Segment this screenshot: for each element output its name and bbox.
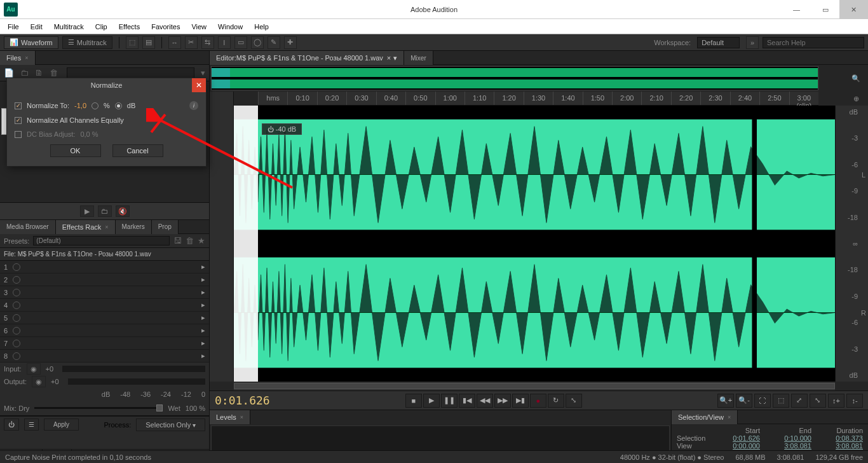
pause-button[interactable]: ❚❚ [441, 394, 458, 408]
zoom-in-point-icon[interactable]: ⤢ [791, 394, 808, 408]
power-icon[interactable] [13, 276, 20, 284]
horizontal-scrollbar[interactable] [234, 382, 835, 390]
menu-edit[interactable]: Edit [25, 21, 48, 32]
cancel-button[interactable]: Cancel [112, 144, 163, 157]
dc-bias-checkbox[interactable] [15, 131, 22, 138]
normalize-value-input[interactable]: -1,0 [74, 102, 86, 109]
dialog-close-button[interactable]: ✕ [192, 78, 206, 92]
output-gain-value[interactable]: +0 [51, 378, 59, 385]
menu-multitrack[interactable]: Multitrack [49, 21, 89, 32]
media-browser-tab[interactable]: Media Browser [0, 220, 56, 234]
menu-favorites[interactable]: Favorites [146, 21, 185, 32]
menu-window[interactable]: Window [213, 21, 248, 32]
power-icon[interactable] [13, 340, 20, 347]
rack-power-icon[interactable]: ⏻ [4, 418, 19, 431]
apply-button[interactable]: Apply [44, 418, 79, 431]
zoom-full-icon[interactable]: ⛶ [754, 394, 771, 408]
preview-autoplay-icon[interactable]: 🔇 [116, 205, 130, 217]
preview-play-icon[interactable]: ▶ [80, 205, 94, 217]
power-icon[interactable] [13, 314, 20, 322]
editor-tab[interactable]: Editor: M$ PuP$ & F1ns & T1One - Розы 48… [210, 51, 404, 65]
play-button[interactable]: ▶ [423, 394, 440, 408]
files-panel-tab[interactable]: Files× [0, 51, 36, 65]
preset-save-icon[interactable]: 🖫 [173, 236, 182, 245]
view-start-value[interactable]: 0:00.000 [721, 442, 760, 450]
output-knob-icon[interactable]: ◉ [32, 376, 46, 387]
fx-slot[interactable]: 8▸ [0, 350, 209, 363]
lasso-icon[interactable]: ◯ [251, 36, 264, 49]
ok-button[interactable]: OK [50, 144, 101, 157]
menu-effects[interactable]: Effects [114, 21, 145, 32]
delete-icon[interactable]: 🗑 [50, 68, 58, 78]
workspace-menu-icon[interactable]: » [746, 36, 759, 49]
rewind-button[interactable]: ◀◀ [477, 394, 493, 408]
zoom-out-point-icon[interactable]: ⤡ [810, 394, 826, 408]
loop-button[interactable]: ↻ [548, 394, 564, 408]
minimize-button[interactable]: — [782, 0, 811, 19]
multitrack-mode-button[interactable]: ☰Multitrack [62, 36, 112, 49]
zoom-reset-icon[interactable]: 🔍 [844, 65, 868, 92]
razor-tool-icon[interactable]: ✂ [185, 36, 198, 49]
selection-end-value[interactable]: 0:10.000 [773, 434, 811, 442]
preset-fav-icon[interactable]: ★ [198, 236, 205, 245]
power-icon[interactable] [13, 352, 20, 360]
move-tool-icon[interactable]: ↔ [168, 36, 181, 49]
close-button[interactable]: ✕ [839, 0, 868, 19]
levels-tab[interactable]: Levels× [210, 410, 250, 424]
zoom-out-icon[interactable]: 🔍- [736, 394, 752, 408]
slip-tool-icon[interactable]: ⇆ [201, 36, 214, 49]
selview-tab[interactable]: Selection/View× [672, 410, 738, 424]
rack-list-icon[interactable]: ☰ [24, 418, 39, 431]
amplitude-badge[interactable]: ⏻ -40 dB [262, 123, 302, 135]
fx-slot[interactable]: 4▸ [0, 299, 209, 312]
info-icon[interactable]: i [189, 101, 198, 110]
fx-slot[interactable]: 7▸ [0, 337, 209, 350]
all-channels-checkbox[interactable] [15, 117, 22, 124]
properties-tab[interactable]: Prop [152, 220, 179, 234]
marquee-icon[interactable]: ▭ [234, 36, 247, 49]
markers-tab[interactable]: Markers [116, 220, 152, 234]
power-icon[interactable] [13, 289, 20, 296]
hud-toggle-icon[interactable]: ⬚ [126, 36, 139, 49]
mix-percent-value[interactable]: 100 % [186, 404, 205, 412]
menu-clip[interactable]: Clip [90, 21, 112, 32]
open-file-icon[interactable]: 📄 [4, 68, 14, 78]
pan-reset-icon[interactable]: ⊕ [844, 92, 868, 106]
insert-icon[interactable]: 🗎 [35, 68, 43, 78]
effects-rack-tab[interactable]: Effects Rack× [56, 220, 116, 234]
normalize-to-checkbox[interactable] [15, 102, 22, 109]
power-icon[interactable] [13, 263, 20, 271]
waveform-display[interactable]: ⏻ -40 dB [234, 106, 835, 382]
record-button[interactable]: ● [530, 394, 546, 408]
zoom-vert-out-icon[interactable]: ↕- [846, 394, 863, 408]
selection-start-value[interactable]: 0:01.626 [721, 434, 760, 442]
go-end-button[interactable]: ▶▮ [512, 394, 529, 408]
menu-view[interactable]: View [186, 21, 212, 32]
view-end-value[interactable]: 3:08.081 [773, 442, 811, 450]
spectral-toggle-icon[interactable]: ▤ [142, 36, 155, 49]
input-gain-value[interactable]: +0 [46, 365, 54, 373]
heal-icon[interactable]: ✚ [284, 36, 297, 49]
input-knob-icon[interactable]: ◉ [27, 363, 41, 375]
time-ruler[interactable]: hms 0:10 0:20 0:30 0:40 0:50 1:00 1:10 1… [258, 92, 818, 106]
process-mode-selector[interactable]: Selection Only ▾ [136, 418, 205, 431]
power-icon[interactable] [13, 301, 20, 309]
zoom-sel-icon[interactable]: ⬚ [773, 394, 789, 408]
record-file-icon[interactable]: 🗀 [20, 68, 29, 78]
view-duration-value[interactable]: 3:08.081 [824, 442, 863, 450]
fx-slot[interactable]: 6▸ [0, 324, 209, 337]
percent-radio[interactable] [92, 102, 98, 109]
mix-slider[interactable] [34, 407, 163, 409]
brush-icon[interactable]: ✎ [268, 36, 280, 49]
db-radio[interactable] [115, 102, 122, 109]
overview-navigator[interactable] [211, 66, 818, 90]
workspace-selector[interactable]: Default [697, 37, 740, 48]
timecode-display[interactable]: 0:01.626 [215, 394, 270, 407]
menu-file[interactable]: File [3, 21, 24, 32]
skip-selection-button[interactable]: ⤡ [566, 394, 582, 408]
menu-help[interactable]: Help [249, 21, 274, 32]
preview-loop-icon[interactable]: 🗀 [98, 205, 112, 217]
zoom-vert-in-icon[interactable]: ↕+ [828, 394, 844, 408]
forward-button[interactable]: ▶▶ [494, 394, 511, 408]
files-search-input[interactable] [67, 67, 194, 79]
